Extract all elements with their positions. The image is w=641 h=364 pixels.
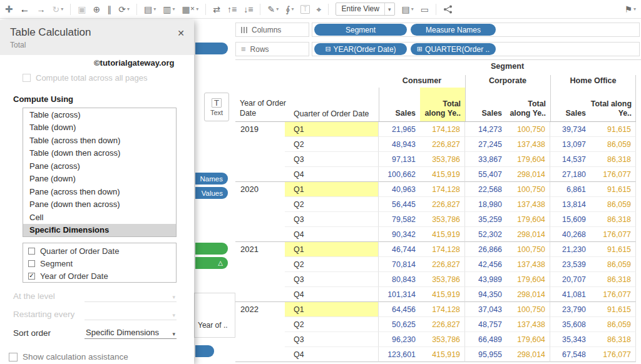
value-cell[interactable]: 91,615 <box>590 242 636 257</box>
value-cell[interactable]: 176,077 <box>590 347 636 362</box>
tooltip-icon[interactable]: ⚑▾ <box>624 5 636 14</box>
value-cell[interactable]: 86,318 <box>590 332 636 347</box>
new-worksheet-icon[interactable]: ▤▾ <box>144 5 156 14</box>
dimension-checkbox[interactable]: ✓Year of Order Date <box>23 270 176 282</box>
quarter-cell[interactable]: Q4 <box>285 287 379 302</box>
value-cell[interactable]: 353,786 <box>420 332 465 347</box>
pill-measure-names[interactable]: Measure Names <box>411 24 496 36</box>
pill-fragment-bottom[interactable] <box>195 345 214 357</box>
value-cell[interactable]: 123,601 <box>379 347 420 362</box>
value-cell[interactable]: 95,955 <box>465 347 506 362</box>
value-cell[interactable]: 174,128 <box>420 122 465 137</box>
value-cell[interactable]: 137,438 <box>506 137 550 152</box>
value-cell[interactable]: 20,707 <box>550 272 590 287</box>
value-cell[interactable]: 48,757 <box>465 317 506 332</box>
value-cell[interactable]: 13,097 <box>550 137 590 152</box>
save-icon[interactable]: ▣ <box>78 5 86 14</box>
compute-option[interactable]: Pane (down) <box>23 173 176 186</box>
presentation-mode-icon[interactable]: ▭ <box>421 5 429 14</box>
value-cell[interactable]: 298,014 <box>506 167 550 182</box>
value-cell[interactable]: 41,081 <box>550 287 590 302</box>
value-cell[interactable]: 27,245 <box>465 137 506 152</box>
value-cell[interactable]: 35,608 <box>550 317 590 332</box>
value-cell[interactable]: 18,980 <box>465 197 506 212</box>
value-cell[interactable]: 226,827 <box>420 257 465 272</box>
value-cell[interactable]: 100,750 <box>506 122 550 137</box>
show-mark-labels-icon[interactable]: T <box>300 5 309 14</box>
value-cell[interactable]: 415,919 <box>420 347 465 362</box>
measure-values-pill-fragment[interactable]: Values <box>195 187 228 199</box>
year-cell[interactable]: 2022 <box>235 302 285 362</box>
pill-segment[interactable]: Segment <box>314 24 407 36</box>
value-cell[interactable]: 100,750 <box>506 182 550 197</box>
value-cell[interactable]: 298,014 <box>506 347 550 362</box>
value-cell[interactable]: 176,077 <box>590 167 636 182</box>
value-cell[interactable]: 39,734 <box>550 122 590 137</box>
value-cell[interactable]: 226,827 <box>420 137 465 152</box>
group-members-icon[interactable]: ∮▾ <box>285 5 294 14</box>
value-cell[interactable]: 56,445 <box>379 197 420 212</box>
value-cell[interactable]: 96,230 <box>379 332 420 347</box>
compute-option[interactable]: Pane (down then across) <box>23 198 176 211</box>
segment-name[interactable]: Home Office <box>550 74 636 87</box>
value-cell[interactable]: 179,604 <box>506 272 550 287</box>
value-cell[interactable]: 33,867 <box>465 152 506 167</box>
value-cell[interactable]: 97,131 <box>379 152 420 167</box>
quarter-cell[interactable]: Q2 <box>285 257 379 272</box>
compute-option[interactable]: Table (down then across) <box>23 147 176 160</box>
quarter-cell[interactable]: Q4 <box>285 347 379 362</box>
value-cell[interactable]: 86,059 <box>590 257 636 272</box>
quarter-cell[interactable]: Q3 <box>285 332 379 347</box>
measure-header[interactable]: Sales <box>465 88 506 121</box>
green-pill-fragment[interactable] <box>195 243 228 255</box>
value-cell[interactable]: 415,919 <box>420 167 465 182</box>
value-cell[interactable]: 415,919 <box>420 287 465 302</box>
expand-icon[interactable]: ⊞ <box>417 46 423 53</box>
value-cell[interactable]: 176,077 <box>590 287 636 302</box>
sort-order-dropdown[interactable]: Specific Dimensions ▾ <box>85 326 177 339</box>
value-cell[interactable]: 176,077 <box>590 227 636 242</box>
clear-sheet-icon[interactable]: ▦✕▾ <box>182 5 199 14</box>
forward-icon[interactable]: → <box>37 5 46 14</box>
measure-header[interactable]: Sales <box>550 88 590 121</box>
value-cell[interactable]: 21,965 <box>379 122 420 137</box>
value-cell[interactable]: 101,314 <box>379 287 420 302</box>
value-cell[interactable]: 174,128 <box>420 302 465 317</box>
value-cell[interactable]: 70,814 <box>379 257 420 272</box>
value-cell[interactable]: 91,615 <box>590 122 636 137</box>
measure-names-pill-fragment[interactable]: Names <box>195 173 228 185</box>
compute-option[interactable]: Table (down) <box>23 121 176 134</box>
value-cell[interactable]: 137,438 <box>506 197 550 212</box>
quarter-cell[interactable]: Q3 <box>285 212 379 227</box>
value-cell[interactable]: 14,537 <box>550 152 590 167</box>
value-cell[interactable]: 13,814 <box>550 197 590 212</box>
value-cell[interactable]: 14,273 <box>465 122 506 137</box>
value-cell[interactable]: 91,615 <box>590 302 636 317</box>
value-cell[interactable]: 40,268 <box>550 227 590 242</box>
compute-option[interactable]: Table (across then down) <box>23 134 176 147</box>
value-cell[interactable]: 27,180 <box>550 167 590 182</box>
value-cell[interactable]: 353,786 <box>420 152 465 167</box>
quarter-cell[interactable]: Q1 <box>285 242 379 257</box>
row-dimension-header-year[interactable]: Year of Order Date <box>240 98 289 118</box>
value-cell[interactable]: 86,059 <box>590 197 636 212</box>
year-cell[interactable]: 2021 <box>235 242 285 302</box>
quarter-cell[interactable]: Q1 <box>285 302 379 317</box>
green-pill-fragment-2[interactable]: △ <box>195 257 228 269</box>
share-icon[interactable] <box>443 5 453 14</box>
value-cell[interactable]: 64,456 <box>379 302 420 317</box>
segment-name[interactable]: Consumer <box>379 74 465 87</box>
value-cell[interactable]: 40,963 <box>379 182 420 197</box>
quarter-cell[interactable]: Q3 <box>285 152 379 167</box>
value-cell[interactable]: 100,662 <box>379 167 420 182</box>
text-mark-button[interactable]: T Text <box>204 93 229 121</box>
compute-option[interactable]: Specific Dimensions <box>23 224 176 237</box>
value-cell[interactable]: 86,318 <box>590 272 636 287</box>
sort-descending-icon[interactable]: ↓≡ <box>244 5 253 14</box>
quarter-cell[interactable]: Q2 <box>285 137 379 152</box>
value-cell[interactable]: 179,604 <box>506 332 550 347</box>
segment-name[interactable]: Corporate <box>465 74 550 87</box>
value-cell[interactable]: 52,302 <box>465 227 506 242</box>
segment-dimension-header[interactable]: Segment <box>379 62 636 71</box>
quarter-cell[interactable]: Q1 <box>285 122 379 137</box>
